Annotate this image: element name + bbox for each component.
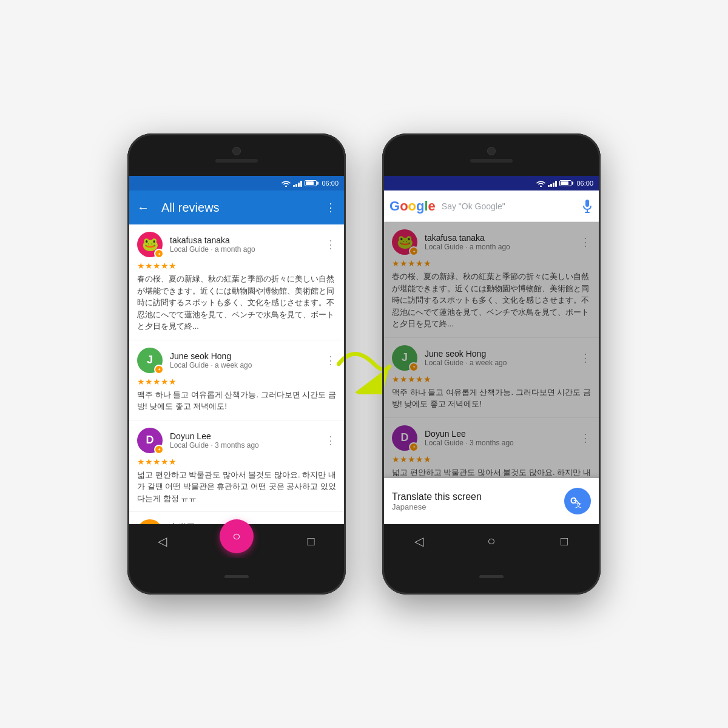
status-icons-left: 06:00 bbox=[281, 180, 339, 187]
bottom-nav-left: ◁ ○ □ bbox=[127, 524, 346, 558]
review-header: D ✦ Doyun Lee Local Guide · 3 months ago… bbox=[392, 425, 591, 451]
left-phone: 06:00 ← All reviews ⋮ 🐸 ✦ bbox=[127, 133, 346, 595]
review-item: J ✦ June seok Hong Local Guide · a week … bbox=[127, 340, 346, 420]
right-screen: 06:00 Google Say "Ok Google" bbox=[382, 176, 601, 558]
status-bar-left: 06:00 bbox=[127, 176, 346, 190]
review-stars: ★★★★★ bbox=[137, 457, 336, 467]
translate-text: Translate this screen Japanese bbox=[392, 491, 482, 511]
review-header: 🐸 ✦ takafusa tanaka Local Guide · a mont… bbox=[137, 232, 336, 257]
local-guide-badge: ✦ bbox=[154, 365, 164, 374]
avatar: D ✦ bbox=[137, 428, 163, 453]
reviewer-sub: Local Guide · a week ago bbox=[425, 359, 580, 367]
main-scene: 06:00 ← All reviews ⋮ 🐸 ✦ bbox=[127, 133, 601, 595]
svg-point-0 bbox=[285, 185, 287, 187]
status-time-right: 06:00 bbox=[576, 180, 593, 187]
translate-subtitle: Japanese bbox=[392, 502, 482, 511]
review-header: 🐸 ✦ takafusa tanaka Local Guide · a mont… bbox=[392, 229, 591, 255]
speaker-right bbox=[470, 159, 513, 163]
back-nav-button-right[interactable]: ◁ bbox=[406, 529, 431, 553]
reviewer-name: takafusa tanaka bbox=[170, 235, 325, 245]
status-icons-right: 06:00 bbox=[536, 180, 593, 187]
back-button-left[interactable]: ← bbox=[137, 201, 149, 215]
translate-card[interactable]: Translate this screen Japanese G 文 bbox=[382, 478, 601, 524]
home-indicator-right bbox=[479, 575, 504, 578]
local-guide-badge: ✦ bbox=[154, 249, 164, 258]
wifi-icon-right bbox=[536, 180, 545, 187]
svg-rect-4 bbox=[587, 209, 588, 212]
back-nav-button[interactable]: ◁ bbox=[150, 529, 174, 553]
wifi-icon bbox=[281, 180, 291, 187]
reviewer-name: June seok Hong bbox=[425, 349, 580, 359]
review-item-right: J ✦ June seok Hong Local Guide · a week … bbox=[382, 338, 601, 418]
review-more-button[interactable]: ⋮ bbox=[580, 235, 591, 249]
home-nav-button-right[interactable]: ○ bbox=[479, 529, 504, 553]
transition-arrow bbox=[334, 334, 394, 394]
reviewer-name: June seok Hong bbox=[170, 351, 325, 361]
reviewer-sub: Local Guide · a week ago bbox=[170, 361, 325, 369]
review-stars: ★★★★★ bbox=[137, 261, 336, 271]
local-guide-badge: ✦ bbox=[409, 442, 419, 452]
review-more-button[interactable]: ⋮ bbox=[325, 434, 336, 447]
svg-point-2 bbox=[540, 185, 542, 187]
signal-icon-right bbox=[548, 180, 557, 187]
battery-icon-right bbox=[559, 180, 571, 186]
review-item: 🐸 ✦ takafusa tanaka Local Guide · a mont… bbox=[127, 224, 346, 340]
review-meta: Doyun Lee Local Guide · 3 months ago bbox=[425, 429, 580, 447]
svg-rect-3 bbox=[585, 200, 589, 207]
home-indicator bbox=[224, 575, 249, 578]
review-text: 맥주 하나 들고 여유롭게 산책가능. 그러다보면 시간도 금방! 낮에도 좋고… bbox=[392, 386, 591, 410]
review-text: 春の桜、夏の新緑、秋の紅葉と季節の折々に美しい自然が堪能できます。近くには動物園… bbox=[392, 271, 591, 330]
recent-nav-button-right[interactable]: □ bbox=[552, 529, 576, 553]
avatar: 🐲 ✦ bbox=[137, 519, 163, 524]
review-stars: ★★★★★ bbox=[392, 258, 591, 268]
reviewer-sub: Local Guide · a month ago bbox=[170, 245, 325, 254]
avatar: 🐸 ✦ bbox=[392, 229, 417, 255]
translate-title: Translate this screen bbox=[392, 491, 482, 502]
review-meta: takafusa tanaka Local Guide · a month ag… bbox=[425, 233, 580, 251]
review-item: D ✦ Doyun Lee Local Guide · 3 months ago… bbox=[127, 420, 346, 513]
review-header: J ✦ June seok Hong Local Guide · a week … bbox=[392, 345, 591, 371]
review-more-button[interactable]: ⋮ bbox=[580, 431, 591, 445]
svg-rect-5 bbox=[585, 212, 590, 213]
google-translate-icon[interactable]: G 文 bbox=[564, 488, 591, 514]
speaker bbox=[215, 159, 258, 163]
review-stars: ★★★★★ bbox=[392, 454, 591, 464]
local-guide-badge: ✦ bbox=[154, 445, 164, 454]
google-logo: Google bbox=[389, 198, 436, 214]
avatar: J ✦ bbox=[392, 345, 417, 371]
camera bbox=[232, 147, 241, 155]
top-bezel bbox=[127, 133, 346, 176]
reviewer-sub: Local Guide · 3 months ago bbox=[425, 439, 580, 447]
google-search-bar[interactable]: Google Say "Ok Google" bbox=[382, 190, 601, 222]
review-meta: June seok Hong Local Guide · a week ago bbox=[425, 349, 580, 367]
avatar: J ✦ bbox=[137, 348, 163, 373]
recent-nav-button[interactable]: □ bbox=[299, 529, 323, 553]
review-text: 春の桜、夏の新緑、秋の紅葉と季節の折々に美しい自然が堪能できます。近くには動物園… bbox=[137, 273, 336, 332]
reviewer-sub: Local Guide · a month ago bbox=[425, 243, 580, 251]
local-guide-badge: ✦ bbox=[409, 246, 419, 256]
review-more-button[interactable]: ⋮ bbox=[325, 238, 336, 251]
review-more-button[interactable]: ⋮ bbox=[580, 351, 591, 365]
camera-right bbox=[487, 147, 496, 155]
bottom-bezel-right bbox=[382, 558, 601, 595]
battery-icon bbox=[305, 180, 317, 186]
local-guide-badge: ✦ bbox=[409, 362, 419, 372]
reviews-list-right: 🐸 ✦ takafusa tanaka Local Guide · a mont… bbox=[382, 222, 601, 490]
svg-text:文: 文 bbox=[575, 501, 582, 508]
reviewer-name: takafusa tanaka bbox=[425, 233, 580, 243]
bottom-bezel-left bbox=[127, 558, 346, 595]
search-input[interactable]: Say "Ok Google" bbox=[442, 201, 581, 211]
review-meta: June seok Hong Local Guide · a week ago bbox=[170, 351, 325, 369]
home-nav-button[interactable]: ○ bbox=[220, 519, 254, 553]
reviews-list-left: 🐸 ✦ takafusa tanaka Local Guide · a mont… bbox=[127, 224, 346, 524]
app-bar-title-left: All reviews bbox=[161, 201, 325, 215]
bottom-nav-right: ◁ ○ □ bbox=[382, 524, 601, 558]
app-bar-left: ← All reviews ⋮ bbox=[127, 190, 346, 224]
right-phone: 06:00 Google Say "Ok Google" bbox=[382, 133, 601, 595]
review-header: J ✦ June seok Hong Local Guide · a week … bbox=[137, 348, 336, 373]
reviewer-name: Doyun Lee bbox=[170, 431, 325, 441]
status-bar-right: 06:00 bbox=[382, 176, 601, 190]
more-menu-button[interactable]: ⋮ bbox=[325, 201, 336, 214]
mic-icon[interactable] bbox=[581, 200, 593, 212]
review-item-right: 🐸 ✦ takafusa tanaka Local Guide · a mont… bbox=[382, 222, 601, 338]
